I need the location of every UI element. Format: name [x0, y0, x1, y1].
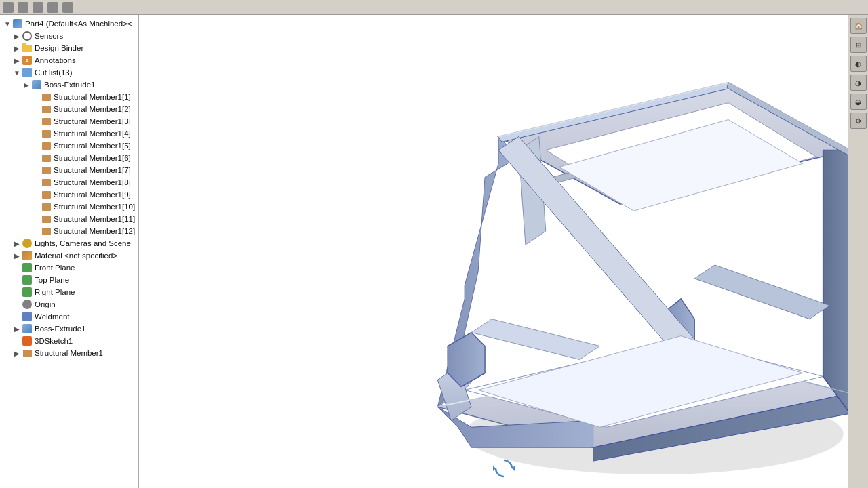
tree-item-sm12[interactable]: Structural Member1[12] [0, 225, 138, 237]
expand-sensors[interactable]: ▶ [12, 33, 22, 40]
main-area: ▼ Part4 (Default<As Machined>< ▶ Sensors… [0, 15, 868, 488]
tree-item-sm6[interactable]: Structural Member1[6] [0, 152, 138, 164]
structural-icon-11 [41, 214, 52, 224]
tree-item-sm9[interactable]: Structural Member1[9] [0, 188, 138, 201]
tree-label-structural-member1: Structural Member1 [35, 349, 103, 357]
tree-item-structural-member1[interactable]: ▶ Structural Member1 [0, 347, 138, 359]
front-plane-icon [22, 262, 33, 273]
tree-label-sm4: Structural Member1[4] [54, 129, 131, 138]
tree-label-sm2: Structural Member1[2] [54, 105, 131, 113]
structural-icon-4 [41, 128, 52, 139]
structural-icon-5 [41, 140, 52, 151]
structural-icon-9 [41, 189, 52, 200]
structural-icon-6 [41, 152, 52, 163]
tree-item-cutlist[interactable]: ▼ Cut list(13) [0, 66, 138, 79]
tree-item-sm8[interactable]: Structural Member1[8] [0, 176, 138, 188]
tree-item-boss-extrude1-top[interactable]: ▶ Boss-Extrude1 [0, 79, 138, 91]
tree-item-sm5[interactable]: Structural Member1[5] [0, 140, 138, 152]
expand-structural-member1[interactable]: ▶ [12, 350, 22, 357]
sidebar-icon-render[interactable]: ◒ [850, 94, 867, 110]
sidebar-icon-section[interactable]: ◑ [850, 75, 867, 91]
expand-boss-extrude1[interactable]: ▶ [12, 325, 22, 333]
material-icon [22, 250, 33, 261]
rotate-icon [493, 458, 515, 479]
toolbar-icon-1 [3, 2, 14, 13]
tree-label-sm9: Structural Member1[9] [54, 190, 131, 199]
tree-label-boss-extrude1: Boss-Extrude1 [35, 325, 85, 333]
right-sidebar: 🏠 ⊞ ◐ ◑ ◒ ⚙ [848, 15, 868, 488]
part-icon [12, 18, 23, 29]
tree-item-sm1[interactable]: Structural Member1[1] [0, 91, 138, 103]
structural-icon-2 [41, 104, 52, 115]
tree-label-cutlist: Cut list(13) [35, 68, 73, 77]
structural-icon-3 [41, 116, 52, 127]
tree-label-sm7: Structural Member1[7] [54, 166, 131, 174]
tree-item-sm11[interactable]: Structural Member1[11] [0, 213, 138, 225]
annotation-icon: A [22, 55, 33, 66]
viewport-panel[interactable]: 🏠 ⊞ ◐ ◑ ◒ ⚙ [139, 15, 868, 488]
expand-annotations[interactable]: ▶ [12, 57, 22, 64]
expand-lights[interactable]: ▶ [12, 240, 22, 247]
sidebar-icon-view[interactable]: ⊞ [850, 37, 867, 53]
feature-tree[interactable]: ▼ Part4 (Default<As Machined>< ▶ Sensors… [0, 15, 138, 488]
cutlist-icon [22, 67, 33, 78]
tree-item-sensors[interactable]: ▶ Sensors [0, 30, 138, 42]
tree-label-sm5: Structural Member1[5] [54, 142, 131, 150]
toolbar-icon-2 [18, 2, 28, 13]
expand-design-binder[interactable]: ▶ [12, 45, 22, 52]
toolbar-icon-5 [62, 2, 73, 13]
tree-label-3dsketch1: 3DSketch1 [35, 337, 73, 345]
tree-item-sm10[interactable]: Structural Member1[10] [0, 201, 138, 213]
sidebar-icon-home[interactable]: 🏠 [850, 18, 867, 34]
tree-item-material[interactable]: ▶ Material <not specified> [0, 249, 138, 262]
tree-label-sm3: Structural Member1[3] [54, 117, 131, 125]
tree-label-design-binder: Design Binder [35, 44, 83, 52]
tree-label-sm10: Structural Member1[10] [54, 203, 135, 211]
expand-boss-extrude1-top[interactable]: ▶ [22, 81, 31, 89]
toolbar [0, 0, 868, 15]
origin-icon [22, 299, 33, 310]
extrude-icon-top [31, 79, 42, 90]
sensor-icon [22, 30, 33, 41]
expand-part4[interactable]: ▼ [3, 20, 12, 28]
tree-label-boss-extrude1-top: Boss-Extrude1 [44, 81, 95, 89]
tree-item-weldment[interactable]: Weldment [0, 310, 138, 323]
expand-cutlist[interactable]: ▼ [12, 69, 22, 77]
tree-item-annotations[interactable]: ▶ A Annotations [0, 54, 138, 66]
tree-item-sm7[interactable]: Structural Member1[7] [0, 164, 138, 176]
tree-item-boss-extrude1[interactable]: ▶ Boss-Extrude1 [0, 323, 138, 335]
svg-marker-9 [823, 150, 850, 413]
svg-marker-15 [448, 333, 485, 387]
tree-item-front-plane[interactable]: Front Plane [0, 262, 138, 274]
extrude-icon-main [22, 323, 33, 334]
sidebar-icon-display[interactable]: ◐ [850, 56, 867, 72]
weldment-icon [22, 311, 33, 322]
3d-viewport[interactable] [139, 15, 868, 488]
structural-icon-12 [41, 226, 52, 237]
tree-item-right-plane[interactable]: Right Plane [0, 286, 138, 298]
tree-item-top-plane[interactable]: Top Plane [0, 274, 138, 286]
tree-item-3dsketch1[interactable]: 3DSketch1 [0, 335, 138, 347]
tree-label-origin: Origin [35, 300, 56, 308]
tree-item-sm3[interactable]: Structural Member1[3] [0, 115, 138, 127]
toolbar-icon-3 [33, 2, 43, 13]
tree-item-sm4[interactable]: Structural Member1[4] [0, 127, 138, 140]
tree-label-sm8: Structural Member1[8] [54, 178, 131, 186]
structural-icon-1 [41, 92, 52, 102]
tree-label-sm1: Structural Member1[1] [54, 93, 131, 101]
tree-item-lights[interactable]: ▶ Lights, Cameras and Scene [0, 237, 138, 249]
tree-label-annotations: Annotations [35, 56, 76, 64]
tree-item-design-binder[interactable]: ▶ Design Binder [0, 42, 138, 54]
sketch-icon [22, 336, 33, 346]
tree-item-origin[interactable]: Origin [0, 298, 138, 310]
right-plane-icon [22, 287, 33, 298]
tree-label-sm12: Structural Member1[12] [54, 227, 135, 235]
sidebar-icon-settings[interactable]: ⚙ [850, 113, 867, 129]
feature-tree-panel: ▼ Part4 (Default<As Machined>< ▶ Sensors… [0, 15, 139, 488]
toolbar-icon-4 [47, 2, 58, 13]
tree-item-sm2[interactable]: Structural Member1[2] [0, 103, 138, 115]
structural-icon-7 [41, 165, 52, 176]
expand-material[interactable]: ▶ [12, 252, 22, 260]
tree-item-part4[interactable]: ▼ Part4 (Default<As Machined>< [0, 18, 138, 30]
folder-icon [22, 43, 33, 54]
